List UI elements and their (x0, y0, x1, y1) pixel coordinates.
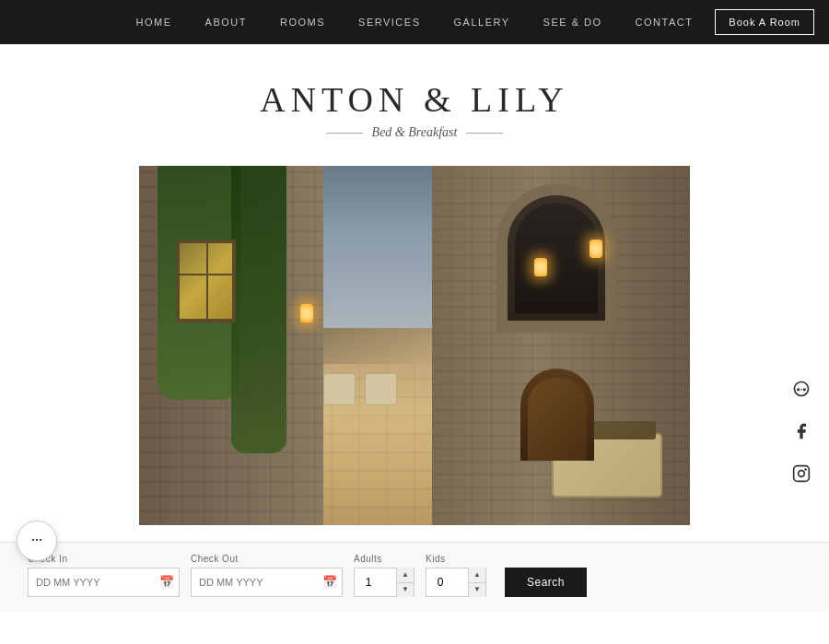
navigation: HOME ABOUT ROOMS SERVICES GALLERY SEE & … (0, 0, 829, 44)
nav-about[interactable]: ABOUT (189, 17, 263, 28)
chair-2 (365, 373, 397, 405)
arch (496, 184, 616, 332)
nav-rooms[interactable]: ROOMS (263, 17, 342, 28)
subtitle-line-right (466, 133, 503, 134)
social-sidebar (790, 378, 812, 485)
scene (139, 166, 690, 525)
hero-image-wrapper (0, 166, 829, 525)
kids-input-wrapper: ▲ ▼ (426, 568, 486, 597)
nav-services[interactable]: SERVICES (342, 17, 437, 28)
checkout-field: Check Out 📅 (191, 554, 343, 597)
nav-see-do[interactable]: SEE & DO (527, 17, 619, 28)
svg-rect-0 (794, 466, 810, 482)
nav-contact[interactable]: CONTACT (619, 17, 710, 28)
hotel-tagline: Bed & Breakfast (372, 125, 458, 140)
adults-field: Adults ▲ ▼ (354, 554, 414, 597)
checkout-wrapper: 📅 (191, 568, 343, 597)
search-button[interactable]: Search (505, 568, 587, 597)
instagram-icon[interactable] (790, 463, 812, 485)
kids-label: Kids (426, 554, 486, 564)
svg-point-1 (799, 471, 805, 477)
svg-point-2 (804, 468, 807, 471)
chair-1 (323, 373, 356, 405)
nav-home[interactable]: HOME (120, 17, 189, 28)
lantern-1 (300, 304, 313, 322)
checkin-input[interactable] (28, 568, 180, 597)
checkin-wrapper: 📅 (28, 568, 180, 597)
vines-left2 (231, 166, 286, 453)
chat-icon: ··· (31, 533, 42, 549)
tripadvisor-icon[interactable] (790, 378, 812, 400)
instagram-svg (792, 464, 811, 483)
hotel-subtitle: Bed & Breakfast (0, 125, 829, 140)
kids-decrement[interactable]: ▼ (469, 583, 485, 598)
adults-input[interactable] (355, 568, 396, 596)
nav-links: HOME ABOUT ROOMS SERVICES GALLERY SEE & … (0, 17, 829, 28)
subtitle-line-left (326, 133, 363, 134)
checkout-input[interactable] (191, 568, 343, 597)
hotel-name: ANTON & LILY (0, 79, 829, 120)
kids-field: Kids ▲ ▼ (426, 554, 486, 597)
adults-decrement[interactable]: ▼ (397, 583, 414, 598)
booking-bar: Check In 📅 Check Out 📅 Adults ▲ ▼ (0, 542, 829, 612)
facebook-icon[interactable] (790, 420, 812, 442)
nav-gallery[interactable]: GALLERY (438, 17, 527, 28)
hero-image (139, 166, 690, 525)
facebook-svg (792, 422, 811, 440)
adults-increment[interactable]: ▲ (397, 568, 414, 583)
checkin-field: Check In 📅 (28, 554, 180, 597)
checkout-label: Check Out (191, 554, 343, 564)
kids-stepper: ▲ ▼ (468, 568, 485, 597)
door (520, 369, 594, 461)
adults-label: Adults (354, 554, 414, 564)
tripadvisor-svg (792, 380, 811, 398)
outdoor-chairs (323, 359, 397, 405)
adults-stepper: ▲ ▼ (396, 568, 414, 597)
adults-input-wrapper: ▲ ▼ (354, 568, 414, 597)
header-section: ANTON & LILY Bed & Breakfast (0, 44, 829, 166)
chat-button[interactable]: ··· (17, 521, 57, 561)
lantern-3 (590, 240, 602, 258)
window (176, 240, 236, 322)
kids-increment[interactable]: ▲ (469, 568, 485, 583)
lantern-2 (534, 258, 547, 276)
book-room-button[interactable]: Book A Room (715, 9, 814, 35)
main-content: ··· Check In 📅 Check Out 📅 Adults ▲ (0, 166, 829, 612)
kids-input[interactable] (426, 568, 468, 596)
